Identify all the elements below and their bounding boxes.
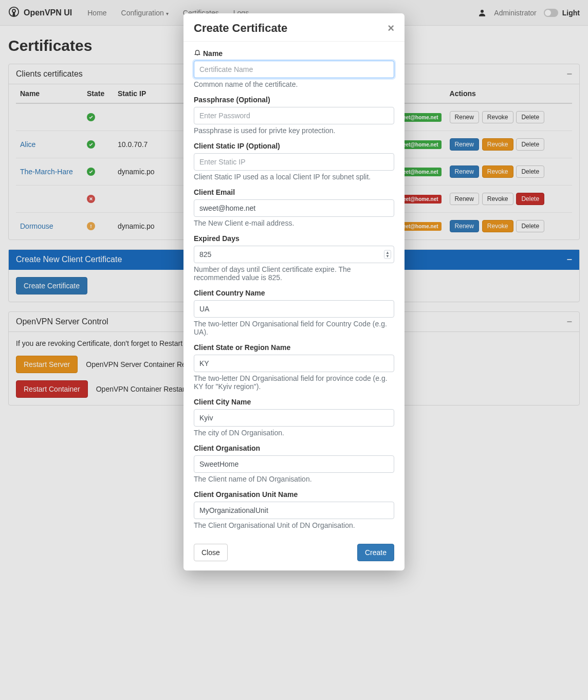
country-label: Client Country Name <box>194 289 394 297</box>
bell-icon <box>194 49 201 58</box>
passphrase-label: Passphrase (Optional) <box>194 96 394 104</box>
expired-input[interactable] <box>194 246 394 263</box>
staticip-label: Client Static IP (Optional) <box>194 142 394 150</box>
expired-label: Expired Days <box>194 234 394 243</box>
state-input[interactable] <box>194 355 394 372</box>
modal-title: Create Certificate <box>194 22 287 35</box>
close-icon[interactable]: × <box>388 23 394 34</box>
expired-help: Number of days until Client certificate … <box>194 265 394 282</box>
state-help: The two-letter DN Organisational field f… <box>194 374 394 391</box>
state-label: Client State or Region Name <box>194 343 394 352</box>
passphrase-help: Passphrase is used for privte key protec… <box>194 126 394 135</box>
staticip-help: Client Static IP used as a local Client … <box>194 173 394 181</box>
step-down-icon[interactable]: ▼ <box>385 255 390 258</box>
name-input[interactable] <box>194 61 394 78</box>
number-stepper[interactable]: ▲▼ <box>384 250 391 259</box>
create-certificate-modal: Create Certificate × Name Common name of… <box>183 13 405 423</box>
email-help: The New Client e-mail address. <box>194 219 394 227</box>
country-help: The two-letter DN Organisational field f… <box>194 320 394 336</box>
passphrase-input[interactable] <box>194 107 394 124</box>
name-help: Common name of the certificate. <box>194 80 394 88</box>
email-label: Client Email <box>194 188 394 196</box>
city-label: Client City Name <box>194 398 394 406</box>
city-input[interactable] <box>194 409 394 423</box>
country-input[interactable] <box>194 300 394 318</box>
name-label: Name <box>203 49 223 58</box>
email-input[interactable] <box>194 199 394 217</box>
staticip-input[interactable] <box>194 153 394 171</box>
